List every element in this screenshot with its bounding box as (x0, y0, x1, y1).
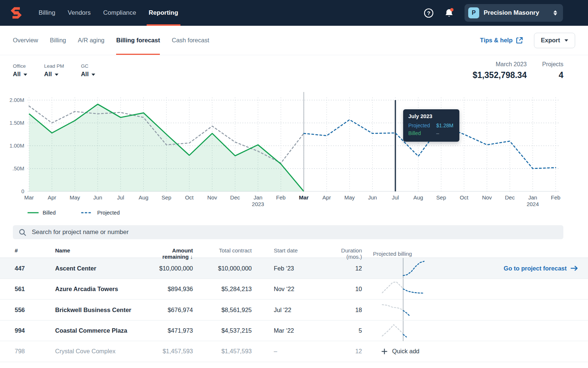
sort-desc-icon: ↓ (189, 254, 193, 260)
start-date: Nov ‘22 (252, 286, 325, 293)
project-name: Coastal Commerce Plaza (55, 327, 145, 334)
projected-billing-sparkline (381, 279, 425, 300)
projected-billing-cell (362, 279, 432, 300)
row-action-cell: Go to project forecast (432, 265, 578, 272)
total-contract: $1,457,593 (193, 348, 252, 355)
tooltip-billed-row: Billed– (408, 130, 454, 137)
total-contract: $5,284,213 (193, 286, 252, 293)
x-tick-label: Jan (254, 194, 262, 201)
x-tick-label: Nov (207, 194, 217, 201)
y-tick-label: 0 (21, 188, 24, 194)
go-to-project-forecast-link[interactable]: Go to project forecast (504, 265, 578, 272)
billed-line-swatch (28, 212, 39, 213)
x-tick-label: Mar (24, 194, 34, 201)
x-tick-label: Nov (482, 194, 492, 201)
x-tick-label: May (344, 194, 355, 201)
y-tick-label: 1.00M (10, 143, 24, 149)
project-search (13, 225, 563, 239)
project-number: 798 (15, 348, 55, 355)
x-tick-label: Feb (276, 194, 286, 201)
column-header-name: Name (55, 247, 145, 254)
project-row-556[interactable]: 556Brickwell Business Center$676,974$8,5… (0, 300, 588, 321)
column-header-total-contract: Total contract (193, 247, 252, 254)
x-tick-label: Aug (413, 194, 423, 201)
chart-tooltip: July 2023 Projected$1.28M Billed– (403, 109, 459, 142)
duration-months: 10 (325, 286, 362, 293)
amount-remaining: $1,457,593 (145, 348, 193, 355)
x-tick-label: Jun (93, 194, 102, 201)
tooltip-projected-row: Projected$1.28M (408, 122, 454, 130)
projected-line-swatch (81, 212, 93, 213)
amount-remaining: $471,973 (145, 327, 193, 334)
amount-remaining: $676,974 (145, 307, 193, 314)
search-icon (19, 229, 26, 236)
arrow-right-icon (570, 265, 578, 271)
start-date: Jul ‘22 (252, 307, 325, 314)
x-tick-label: Apr (48, 194, 56, 201)
projected-billing-cell (362, 300, 432, 320)
legend-item-projected: Projected (81, 210, 119, 216)
start-date: Feb ‘23 (252, 265, 325, 272)
project-number: 994 (15, 327, 55, 334)
projected-billing-sparkline (381, 321, 425, 341)
projected-billing-sparkline (381, 258, 425, 279)
x-tick-label: Oct (460, 194, 469, 201)
chart-legend: Billed Projected (28, 210, 120, 216)
plus-icon (381, 348, 388, 355)
table-header-row: #NameAmount remaining ↓Total contractSta… (0, 247, 588, 258)
x-tick-label: Sep (161, 194, 171, 201)
project-name: Ascent Center (55, 265, 145, 272)
x-tick-label: Dec (230, 194, 240, 201)
x-year-label: 2024 (527, 201, 539, 207)
x-tick-label: Jul (392, 194, 399, 201)
duration-months: 12 (325, 348, 362, 355)
x-tick-label: Mar (299, 194, 309, 201)
project-name: Azure Arcadia Towers (55, 286, 145, 293)
x-tick-label: Jun (368, 194, 377, 201)
duration-months: 12 (325, 265, 362, 272)
x-tick-label: Oct (185, 194, 194, 201)
projected-billing-cell (362, 321, 432, 341)
x-tick-label: May (69, 194, 80, 201)
projected-billing-cell: Quick add (362, 341, 432, 362)
projects-table: #NameAmount remaining ↓Total contractSta… (0, 247, 588, 362)
billing-forecast-chart[interactable]: 0.50M1.00M1.50M2.00MMarAprMayJunJulAugSe… (0, 0, 588, 212)
start-date: – (252, 348, 325, 355)
project-row-994[interactable]: 994Coastal Commerce Plaza$471,973$4,537,… (0, 321, 588, 342)
column-header-amount-remaining[interactable]: Amount remaining ↓ (145, 247, 193, 260)
project-number: 556 (15, 307, 55, 314)
column-header-duration-mos-: Duration (mos.) (325, 247, 362, 260)
legend-item-billed: Billed (28, 210, 55, 216)
y-tick-label: 2.00M (10, 97, 24, 103)
project-name: Crystal Cove Complex (55, 348, 145, 355)
amount-remaining: $10,000,000 (145, 265, 193, 272)
x-tick-label: Apr (322, 194, 331, 201)
x-tick-label: Jan (528, 194, 537, 201)
y-tick-label: .50M (12, 166, 24, 171)
project-row-561[interactable]: 561Azure Arcadia Towers$894,936$5,284,21… (0, 279, 588, 300)
tooltip-title: July 2023 (408, 113, 454, 119)
amount-remaining: $894,936 (145, 286, 193, 293)
x-year-label: 2023 (252, 201, 264, 207)
duration-months: 18 (325, 307, 362, 314)
total-contract: $10,000,000 (193, 265, 252, 272)
x-tick-label: Jul (117, 194, 124, 201)
project-row-447[interactable]: 447Ascent Center$10,000,000$10,000,000Fe… (0, 258, 588, 279)
project-number: 561 (15, 286, 55, 293)
x-tick-label: Dec (505, 194, 515, 201)
project-number: 447 (15, 265, 55, 272)
column-header--: # (15, 247, 55, 254)
projected-billing-cell (362, 258, 432, 279)
column-header-start-date: Start date (252, 247, 325, 254)
project-name: Brickwell Business Center (55, 307, 145, 314)
project-row-798[interactable]: 798Crystal Cove Complex$1,457,593$1,457,… (0, 341, 588, 362)
y-tick-label: 1.50M (10, 120, 24, 126)
x-tick-label: Aug (139, 194, 148, 201)
quick-add-button[interactable]: Quick add (381, 348, 419, 355)
total-contract: $8,561,925 (193, 307, 252, 314)
x-tick-label: Feb (551, 194, 560, 201)
search-input[interactable] (32, 229, 557, 236)
x-tick-label: Sep (436, 194, 446, 201)
projected-billing-sparkline (381, 300, 425, 320)
start-date: Mar ‘22 (252, 327, 325, 334)
